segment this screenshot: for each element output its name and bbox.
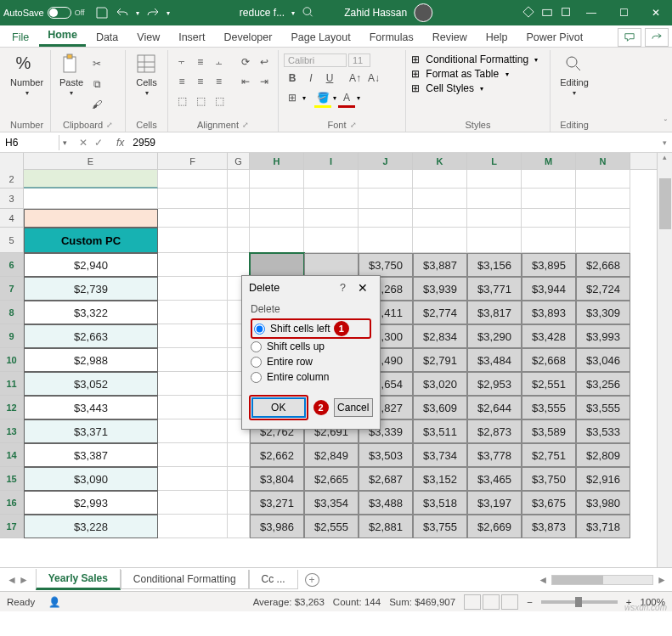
minimize-button[interactable]: — bbox=[579, 0, 604, 25]
cell[interactable]: $3,895 bbox=[522, 253, 576, 277]
cells-button[interactable]: Cells ▾ bbox=[131, 52, 162, 98]
tab-file[interactable]: File bbox=[3, 28, 37, 47]
merge2-icon[interactable]: ⬚ bbox=[211, 93, 228, 110]
tab-view[interactable]: View bbox=[128, 28, 168, 47]
cell[interactable] bbox=[158, 170, 228, 189]
dropdown-icon[interactable]: ▾ bbox=[291, 9, 295, 17]
cell[interactable] bbox=[158, 209, 228, 228]
cell[interactable] bbox=[158, 396, 228, 419]
cell[interactable] bbox=[250, 170, 304, 189]
cell[interactable]: $2,849 bbox=[304, 443, 359, 467]
conditional-formatting-button[interactable]: ⊞ Conditional Formatting ▾ bbox=[411, 53, 545, 65]
cell[interactable]: $3,046 bbox=[576, 348, 630, 372]
redo-dropdown-icon[interactable]: ▾ bbox=[167, 9, 170, 17]
cell[interactable] bbox=[228, 189, 250, 209]
cell[interactable] bbox=[522, 209, 576, 228]
cell[interactable] bbox=[576, 228, 630, 253]
format-painter-icon[interactable]: 🖌 bbox=[88, 96, 105, 113]
dialog-close-button[interactable]: ✕ bbox=[353, 281, 373, 295]
cell[interactable] bbox=[467, 170, 522, 189]
cell[interactable]: $3,443 bbox=[24, 396, 158, 419]
cell[interactable] bbox=[522, 170, 576, 189]
cell[interactable]: $3,197 bbox=[467, 491, 522, 515]
cancel-formula-icon[interactable]: ✕ bbox=[79, 137, 88, 149]
redo-icon[interactable] bbox=[146, 6, 160, 20]
row-header-3[interactable]: 3 bbox=[0, 189, 24, 209]
cell[interactable] bbox=[158, 253, 228, 277]
cell[interactable] bbox=[576, 189, 630, 209]
cell[interactable]: $2,551 bbox=[522, 372, 576, 396]
cell-styles-button[interactable]: ⊞ Cell Styles ▾ bbox=[411, 82, 545, 94]
cell[interactable]: $3,750 bbox=[359, 253, 413, 277]
page-layout-view-button[interactable] bbox=[483, 594, 500, 610]
tray-icon[interactable] bbox=[541, 6, 553, 20]
cell[interactable]: $2,644 bbox=[467, 396, 522, 419]
number-format-button[interactable]: % Number ▾ bbox=[8, 52, 45, 98]
cell[interactable]: $3,555 bbox=[576, 396, 630, 419]
col-header-K[interactable]: K bbox=[413, 153, 467, 169]
cell[interactable] bbox=[158, 467, 228, 491]
cell[interactable] bbox=[158, 277, 228, 301]
cell[interactable]: $2,940 bbox=[24, 253, 158, 277]
cell[interactable]: $3,020 bbox=[413, 372, 467, 396]
cell[interactable]: $3,873 bbox=[522, 515, 576, 538]
cell[interactable] bbox=[522, 228, 576, 253]
vertical-scrollbar[interactable]: ▴ bbox=[657, 153, 672, 567]
cell[interactable]: $3,484 bbox=[467, 348, 522, 372]
cell[interactable] bbox=[359, 228, 413, 253]
avatar[interactable] bbox=[414, 3, 432, 22]
cell[interactable] bbox=[158, 419, 228, 443]
italic-icon[interactable]: I bbox=[302, 70, 319, 87]
cell[interactable]: $3,817 bbox=[467, 301, 522, 324]
align-right-icon[interactable]: ≡ bbox=[211, 73, 228, 90]
expand-formula-icon[interactable]: ▾ bbox=[658, 138, 672, 147]
font-name-select[interactable]: Calibri bbox=[284, 53, 347, 67]
cell[interactable] bbox=[413, 170, 467, 189]
cell[interactable]: $3,052 bbox=[24, 372, 158, 396]
cell[interactable]: $3,371 bbox=[24, 419, 158, 443]
cell[interactable] bbox=[250, 189, 304, 209]
cell[interactable]: $3,533 bbox=[576, 419, 630, 443]
cell[interactable]: $2,663 bbox=[24, 324, 158, 348]
cell[interactable]: $3,750 bbox=[522, 467, 576, 491]
autosave-toggle[interactable]: AutoSave Off bbox=[3, 7, 85, 19]
cell[interactable]: $2,809 bbox=[576, 443, 630, 467]
cell[interactable] bbox=[228, 515, 250, 538]
cell[interactable] bbox=[158, 491, 228, 515]
cell[interactable]: $3,518 bbox=[413, 491, 467, 515]
fill-color-icon[interactable]: 🪣 bbox=[314, 89, 331, 106]
cell[interactable]: $3,980 bbox=[576, 491, 630, 515]
cell[interactable] bbox=[158, 189, 228, 209]
hscroll-left-icon[interactable]: ◄ bbox=[538, 574, 548, 586]
cell[interactable]: $3,755 bbox=[413, 515, 467, 538]
indent-right-icon[interactable]: ⇥ bbox=[256, 73, 273, 90]
cancel-button[interactable]: Cancel bbox=[334, 398, 373, 417]
row-header-15[interactable]: 15 bbox=[0, 467, 24, 491]
tab-insert[interactable]: Insert bbox=[170, 28, 213, 47]
editing-button[interactable]: Editing ▾ bbox=[556, 52, 593, 98]
cell[interactable]: $3,256 bbox=[576, 372, 630, 396]
option-entire-column[interactable]: Entire column bbox=[251, 369, 371, 385]
cell[interactable]: $2,724 bbox=[576, 277, 630, 301]
cell[interactable]: $3,271 bbox=[250, 491, 304, 515]
row-header-4[interactable]: 4 bbox=[0, 209, 24, 228]
cell[interactable]: $3,771 bbox=[467, 277, 522, 301]
cell[interactable] bbox=[576, 170, 630, 189]
zoom-slider[interactable] bbox=[541, 600, 618, 604]
cell[interactable] bbox=[304, 253, 359, 277]
align-center-icon[interactable]: ≡ bbox=[192, 73, 209, 90]
accessibility-icon[interactable]: 👤 bbox=[48, 596, 60, 608]
cell[interactable]: $2,791 bbox=[413, 348, 467, 372]
cell[interactable]: $2,739 bbox=[24, 277, 158, 301]
formula-input[interactable]: 2959 bbox=[129, 135, 658, 150]
name-box[interactable]: H6 bbox=[0, 135, 59, 150]
undo-dropdown-icon[interactable]: ▾ bbox=[136, 9, 139, 17]
tab-power-pivot[interactable]: Power Pivot bbox=[517, 28, 591, 47]
cell[interactable]: $3,152 bbox=[413, 467, 467, 491]
cell[interactable] bbox=[413, 228, 467, 253]
cell[interactable] bbox=[228, 491, 250, 515]
col-header-F[interactable]: F bbox=[158, 153, 228, 169]
cell[interactable] bbox=[304, 170, 359, 189]
cell[interactable] bbox=[228, 253, 250, 277]
cell[interactable] bbox=[228, 228, 250, 253]
